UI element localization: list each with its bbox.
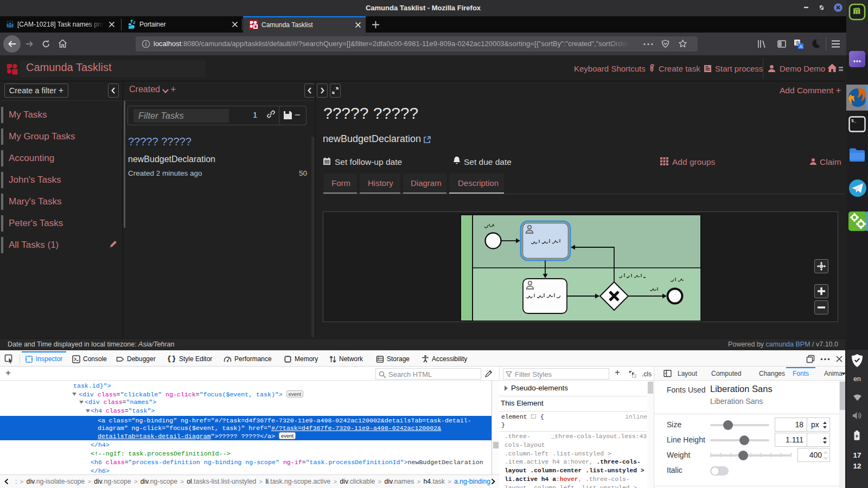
svg-text:A: A bbox=[800, 44, 803, 49]
svg-text:$_: $_ bbox=[851, 118, 857, 123]
